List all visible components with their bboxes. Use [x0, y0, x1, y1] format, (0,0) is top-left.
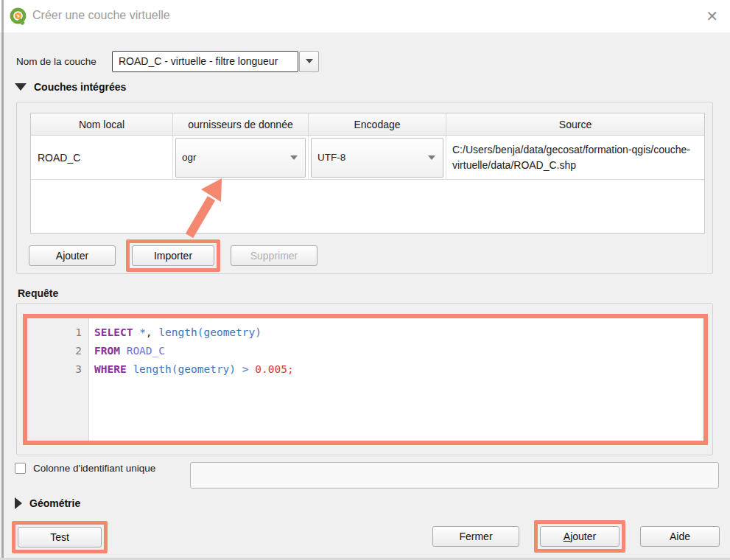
embedded-layers-groupbox: Nom local ournisseurs de donnée Encodage… — [16, 102, 713, 274]
sql-line: WHERE length(geometry) > 0.005; — [94, 360, 703, 379]
source-path: C:/Users/benja/data/gecosat/formation-qg… — [446, 142, 704, 173]
add-button-highlight: Ajouter — [534, 520, 625, 553]
col-header-provider[interactable]: ournisseurs de donnée — [173, 113, 309, 135]
provider-value: ogr — [182, 152, 197, 163]
chevron-down-icon — [306, 59, 313, 63]
sql-editor-highlight: 123 SELECT *, length(geometry)FROM ROAD_… — [23, 314, 708, 445]
cell-local-name[interactable]: ROAD_C — [31, 136, 173, 179]
import-button[interactable]: Importer — [132, 245, 214, 266]
sql-line: FROM ROAD_C — [94, 342, 703, 360]
remove-layer-button: Supprimer — [231, 245, 317, 266]
unique-id-label: Colonne d'identifiant unique — [33, 463, 155, 474]
layers-table: Nom local ournisseurs de donnée Encodage… — [30, 113, 705, 234]
sql-line: SELECT *, length(geometry) — [94, 323, 703, 342]
line-number-gutter: 123 — [27, 318, 89, 441]
provider-combobox[interactable]: ogr — [175, 138, 306, 178]
layer-name-combobox[interactable]: ROAD_C - virtuelle - filtre longueur — [112, 51, 319, 72]
layer-name-row: Nom de la couche ROAD_C - virtuelle - fi… — [16, 50, 319, 72]
triangle-collapsed-icon — [15, 497, 22, 509]
close-icon[interactable]: ✕ — [706, 7, 718, 25]
unique-id-checkbox[interactable] — [15, 463, 26, 474]
line-number: 2 — [27, 342, 88, 360]
cell-provider: ogr — [173, 136, 309, 179]
sql-editor[interactable]: SELECT *, length(geometry)FROM ROAD_CWHE… — [89, 318, 703, 441]
triangle-expanded-icon — [15, 83, 27, 91]
cell-source[interactable]: C:/Users/benja/data/gecosat/formation-qg… — [446, 136, 704, 179]
chevron-down-icon — [290, 155, 298, 160]
table-row: ROAD_C ogr UTF-8 C:/Users/benja/data/gec… — [31, 136, 704, 180]
window-left-edge — [1, 0, 4, 560]
embedded-layers-label: Couches intégrées — [34, 81, 126, 93]
encoding-combobox[interactable]: UTF-8 — [311, 138, 443, 178]
line-number: 1 — [27, 323, 88, 342]
col-header-local-name[interactable]: Nom local — [31, 113, 173, 135]
test-button[interactable]: Test — [18, 527, 102, 547]
geometry-section-header[interactable]: Géométrie — [15, 497, 80, 509]
embedded-layers-section-header[interactable]: Couches intégrées — [15, 81, 126, 93]
footer-right: Fermer Ajouter Aide — [432, 519, 720, 553]
layer-name-dropdown-button[interactable] — [299, 51, 319, 72]
layer-name-label: Nom de la couche — [16, 56, 112, 67]
layers-buttons-row: Ajouter Importer Supprimer — [29, 239, 317, 272]
test-button-highlight: Test — [12, 521, 108, 553]
chevron-down-icon — [428, 155, 435, 160]
add-button-mnemonic: A — [564, 531, 570, 542]
close-button[interactable]: Fermer — [432, 526, 519, 547]
col-header-encoding[interactable]: Encodage — [309, 113, 446, 135]
line-number: 3 — [27, 360, 88, 379]
qgis-logo-icon — [10, 7, 27, 25]
query-section-label: Requête — [18, 287, 58, 299]
add-button[interactable]: Ajouter — [540, 526, 620, 547]
create-virtual-layer-dialog: Créer une couche virtuelle ✕ Nom de la c… — [0, 0, 730, 560]
add-button-label-rest: jouter — [570, 531, 596, 542]
title-bar: Créer une couche virtuelle ✕ — [0, 0, 730, 32]
table-header-row: Nom local ournisseurs de donnée Encodage… — [31, 113, 704, 136]
layer-name-value[interactable]: ROAD_C - virtuelle - filtre longueur — [112, 51, 298, 72]
encoding-value: UTF-8 — [317, 152, 345, 163]
dialog-title: Créer une couche virtuelle — [32, 9, 170, 22]
help-button[interactable]: Aide — [640, 526, 720, 547]
cell-encoding: UTF-8 — [309, 136, 446, 179]
geometry-label: Géométrie — [29, 497, 80, 509]
query-groupbox: 123 SELECT *, length(geometry)FROM ROAD_… — [16, 303, 713, 455]
unique-id-row: Colonne d'identifiant unique — [15, 463, 155, 474]
footer-left: Test — [12, 521, 108, 553]
add-layer-button[interactable]: Ajouter — [29, 245, 116, 266]
unique-id-input[interactable] — [190, 462, 719, 489]
col-header-source[interactable]: Source — [446, 113, 704, 135]
import-button-highlight: Importer — [126, 239, 220, 272]
